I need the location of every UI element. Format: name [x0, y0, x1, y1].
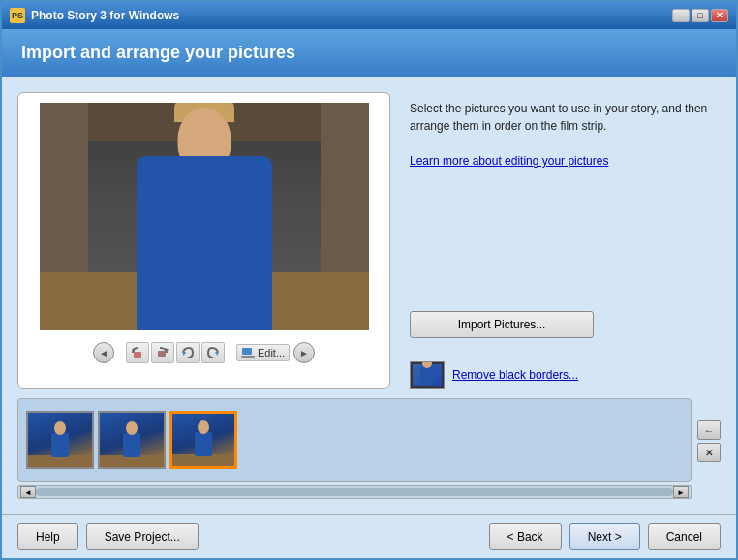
instructions-text: Select the pictures you want to use in y… — [410, 100, 721, 135]
next-button[interactable]: Next > — [569, 523, 640, 550]
scrollbar-track[interactable] — [36, 488, 673, 496]
filmstrip-sidebar-buttons: ← ✕ — [697, 398, 721, 499]
filmstrip-column: ◄ ► — [17, 398, 692, 499]
filmstrip-wrapper: ◄ ► ← ✕ — [17, 398, 721, 499]
app-icon: PS — [10, 8, 25, 23]
photo-display — [40, 103, 369, 330]
scrollbar-right-button[interactable]: ► — [673, 486, 689, 498]
filmstrip-container — [26, 407, 351, 473]
remove-black-borders-link[interactable]: Remove black borders... — [452, 368, 578, 382]
cancel-button[interactable]: Cancel — [648, 523, 721, 550]
image-toolbar: ◄ — [28, 338, 380, 367]
window-controls: – □ ✕ — [672, 9, 728, 22]
filmstrip-move-left-button[interactable]: ← — [697, 420, 721, 440]
page-header: Import and arrange your pictures — [2, 29, 736, 77]
save-project-button[interactable]: Save Project... — [86, 523, 199, 550]
rotate-left-button[interactable] — [126, 342, 149, 363]
main-window: PS Photo Story 3 for Windows – □ ✕ Impor… — [0, 0, 738, 560]
svg-rect-2 — [158, 351, 166, 357]
svg-rect-7 — [241, 356, 255, 358]
thumb-image-3 — [172, 414, 234, 466]
filmstrip-delete-button[interactable]: ✕ — [697, 443, 721, 462]
toolbar-icons — [126, 342, 225, 363]
edit-label: Edit... — [258, 347, 285, 358]
scrollbar-left-button[interactable]: ◄ — [20, 486, 36, 498]
page-title: Import and arrange your pictures — [21, 43, 295, 62]
window-title: Photo Story 3 for Windows — [31, 9, 672, 22]
import-pictures-button[interactable]: Import Pictures... — [410, 311, 594, 338]
remove-borders-icon — [410, 361, 445, 389]
undo-button[interactable] — [176, 342, 200, 363]
bottom-right-buttons: < Back Next > Cancel — [489, 523, 721, 550]
close-button[interactable]: ✕ — [711, 9, 728, 22]
image-viewer-panel: ◄ — [17, 92, 390, 389]
main-image-container — [40, 103, 369, 330]
redo-button[interactable] — [201, 342, 225, 363]
svg-rect-6 — [242, 348, 252, 355]
help-button[interactable]: Help — [17, 523, 78, 550]
back-button[interactable]: < Back — [489, 523, 562, 550]
prev-image-button[interactable]: ◄ — [93, 342, 114, 363]
filmstrip-thumb-2[interactable] — [98, 411, 166, 469]
person-body — [137, 156, 272, 330]
rotate-right-button[interactable] — [151, 342, 174, 363]
person-figure — [117, 117, 292, 330]
filmstrip-area — [17, 398, 692, 482]
thumbnail-mini-image — [413, 364, 442, 386]
content-area: ◄ — [17, 92, 721, 389]
remove-borders-row: Remove black borders... — [410, 361, 721, 389]
bottom-bar: Help Save Project... < Back Next > Cance… — [2, 514, 736, 558]
title-bar: PS Photo Story 3 for Windows – □ ✕ — [2, 2, 736, 29]
thumb-image-1 — [28, 413, 92, 467]
bottom-left-buttons: Help Save Project... — [17, 523, 199, 550]
svg-rect-1 — [134, 352, 141, 358]
filmstrip-scrollbar: ◄ ► — [17, 485, 692, 499]
next-image-button[interactable]: ► — [293, 342, 315, 363]
right-panel: Select the pictures you want to use in y… — [410, 92, 721, 389]
filmstrip-thumb-3[interactable] — [169, 411, 237, 469]
minimize-button[interactable]: – — [672, 9, 690, 22]
edit-button[interactable]: Edit... — [236, 344, 290, 361]
thumb-image-2 — [100, 413, 164, 467]
filmstrip-thumb-1[interactable] — [26, 411, 94, 469]
maximize-button[interactable]: □ — [692, 9, 709, 22]
learn-more-link[interactable]: Learn more about editing your pictures — [410, 154, 721, 168]
main-content: ◄ — [2, 77, 736, 514]
